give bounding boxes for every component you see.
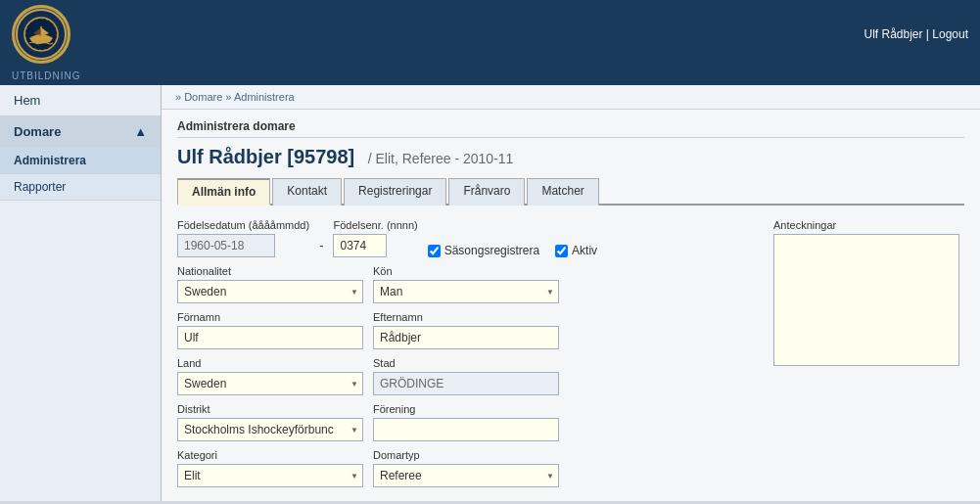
section-title: Administrera domare <box>177 119 964 138</box>
checkbox-sasongsregistrera[interactable] <box>428 245 441 257</box>
logo-svg <box>23 17 59 52</box>
fornamn-label: Förnamn <box>177 311 363 323</box>
sidebar-item-rapporter-label: Rapporter <box>14 180 66 194</box>
birthnr-label: Födelsenr. (nnnn) <box>333 219 417 231</box>
sidebar: Hem Domare ▲ Administrera Rapporter <box>0 85 162 501</box>
form-row-nat-kon: Nationalitet Sweden Norway Finland Denma… <box>177 265 764 303</box>
form-row-land-stad: Land Sweden Norway Finland Stad <box>177 357 764 395</box>
fornamn-input[interactable] <box>177 326 363 349</box>
birthnr-input[interactable] <box>333 234 387 257</box>
land-select-wrapper: Sweden Norway Finland <box>177 372 363 395</box>
kategori-select[interactable]: Elit Division 1 Division 2 <box>177 464 363 487</box>
sidebar-item-administrera-label: Administrera <box>14 154 86 167</box>
form-note-right: Anteckningar <box>773 219 964 495</box>
domartyp-label: Domartyp <box>373 449 559 461</box>
sidebar-item-hem-label: Hem <box>14 93 40 108</box>
form-group-distrikt: Distrikt Stockholms Ishockeyförbunc <box>177 403 363 441</box>
form-group-forening: Förening <box>373 403 559 441</box>
birthdate-label: Födelsedatum (ååååmmdd) <box>177 219 309 231</box>
content-area: » Domare » Administrera Administrera dom… <box>162 85 980 501</box>
sidebar-item-hem[interactable]: Hem <box>0 85 161 116</box>
utbildning-label: UTBILDNING <box>12 70 81 81</box>
content-inner: Administrera domare Ulf Rådbjer [95798] … <box>162 110 980 501</box>
kon-select-wrapper: Man Kvinna <box>373 280 559 303</box>
birthdate-input[interactable] <box>177 234 275 257</box>
efternamn-input[interactable] <box>373 326 559 349</box>
stad-label: Stad <box>373 357 559 369</box>
domartyp-select[interactable]: Referee Linesman <box>373 464 559 487</box>
form-and-notes: Födelsedatum (ååååmmdd) - Födelsenr. (nn… <box>177 219 964 495</box>
distrikt-select-wrapper: Stockholms Ishockeyförbunc <box>177 418 363 441</box>
form-group-land: Land Sweden Norway Finland <box>177 357 363 395</box>
form-group-stad: Stad <box>373 357 559 395</box>
kon-select[interactable]: Man Kvinna <box>373 280 559 303</box>
form-row-distrikt-forening: Distrikt Stockholms Ishockeyförbunc Före… <box>177 403 764 441</box>
form-left: Födelsedatum (ååååmmdd) - Födelsenr. (nn… <box>177 219 764 495</box>
sidebar-item-domare-label: Domare <box>14 124 61 139</box>
sidebar-arrow-icon: ▲ <box>134 124 147 139</box>
checkboxes-area: Säsongsregistrera Aktiv <box>428 244 597 257</box>
domartyp-select-wrapper: Referee Linesman <box>373 464 559 487</box>
form-group-birthnr: Födelsenr. (nnnn) <box>333 219 417 257</box>
tab-kontakt[interactable]: Kontakt <box>272 178 342 206</box>
logo-area <box>12 5 70 64</box>
form-group-fornamn: Förnamn <box>177 311 363 349</box>
person-title: Ulf Rådbjer [95798] / Elit, Referee - 20… <box>177 146 964 168</box>
user-nav[interactable]: Ulf Rådbjer | Logout <box>863 27 968 41</box>
form-sep: - <box>319 238 323 257</box>
sidebar-item-rapporter[interactable]: Rapporter <box>0 174 161 201</box>
user-logout-link[interactable]: Ulf Rådbjer | Logout <box>863 27 968 41</box>
land-select[interactable]: Sweden Norway Finland <box>177 372 363 395</box>
nationalitet-select[interactable]: Sweden Norway Finland Denmark <box>177 280 363 303</box>
nationalitet-select-wrapper: Sweden Norway Finland Denmark <box>177 280 363 303</box>
form-row-birth: Födelsedatum (ååååmmdd) - Födelsenr. (nn… <box>177 219 764 257</box>
kategori-label: Kategori <box>177 449 363 461</box>
tabs-bar: Allmän info Kontakt Registreringar Frånv… <box>177 176 964 206</box>
form-group-domartyp: Domartyp Referee Linesman <box>373 449 559 487</box>
land-label: Land <box>177 357 363 369</box>
notes-area: Anteckningar <box>773 219 964 366</box>
breadcrumb-domare[interactable]: » Domare <box>175 91 222 103</box>
form-group-efternamn: Efternamn <box>373 311 559 349</box>
logo <box>12 5 70 64</box>
form-row-kategori-domartyp: Kategori Elit Division 1 Division 2 Doma… <box>177 449 764 487</box>
utbildning-bar: UTBILDNING <box>0 69 980 85</box>
efternamn-label: Efternamn <box>373 311 559 323</box>
form-group-kon: Kön Man Kvinna <box>373 265 559 303</box>
sidebar-item-domare[interactable]: Domare ▲ <box>0 116 161 148</box>
form-group-nationalitet: Nationalitet Sweden Norway Finland Denma… <box>177 265 363 303</box>
main-layout: Hem Domare ▲ Administrera Rapporter » Do… <box>0 85 980 501</box>
tab-matcher[interactable]: Matcher <box>527 178 598 206</box>
checkbox-aktiv-label: Aktiv <box>555 244 597 257</box>
breadcrumb: » Domare » Administrera <box>162 85 980 110</box>
tab-franvaro[interactable]: Frånvaro <box>448 178 525 206</box>
form-row-names: Förnamn Efternamn <box>177 311 764 349</box>
sidebar-item-administrera[interactable]: Administrera <box>0 148 161 174</box>
form-group-birthdate: Födelsedatum (ååååmmdd) <box>177 219 309 257</box>
anteckningar-textarea[interactable] <box>773 234 959 366</box>
checkbox-aktiv[interactable] <box>555 245 568 257</box>
person-subtitle: / Elit, Referee - 2010-11 <box>368 151 514 166</box>
tab-allman-info[interactable]: Allmän info <box>177 178 270 206</box>
checkbox-sasongsregistrera-label: Säsongsregistrera <box>428 244 539 257</box>
stad-input[interactable] <box>373 372 559 395</box>
forening-label: Förening <box>373 403 559 415</box>
top-header: Ulf Rådbjer | Logout <box>0 0 980 69</box>
kategori-select-wrapper: Elit Division 1 Division 2 <box>177 464 363 487</box>
distrikt-label: Distrikt <box>177 403 363 415</box>
form-group-kategori: Kategori Elit Division 1 Division 2 <box>177 449 363 487</box>
person-name: Ulf Rådbjer [95798] <box>177 146 354 167</box>
tab-registreringar[interactable]: Registreringar <box>344 178 446 206</box>
breadcrumb-administrera[interactable]: » Administrera <box>225 91 294 103</box>
anteckningar-label: Anteckningar <box>773 219 964 231</box>
distrikt-select[interactable]: Stockholms Ishockeyförbunc <box>177 418 363 441</box>
logo-inner <box>16 9 67 60</box>
nationalitet-label: Nationalitet <box>177 265 363 277</box>
kon-label: Kön <box>373 265 559 277</box>
forening-input[interactable] <box>373 418 559 441</box>
